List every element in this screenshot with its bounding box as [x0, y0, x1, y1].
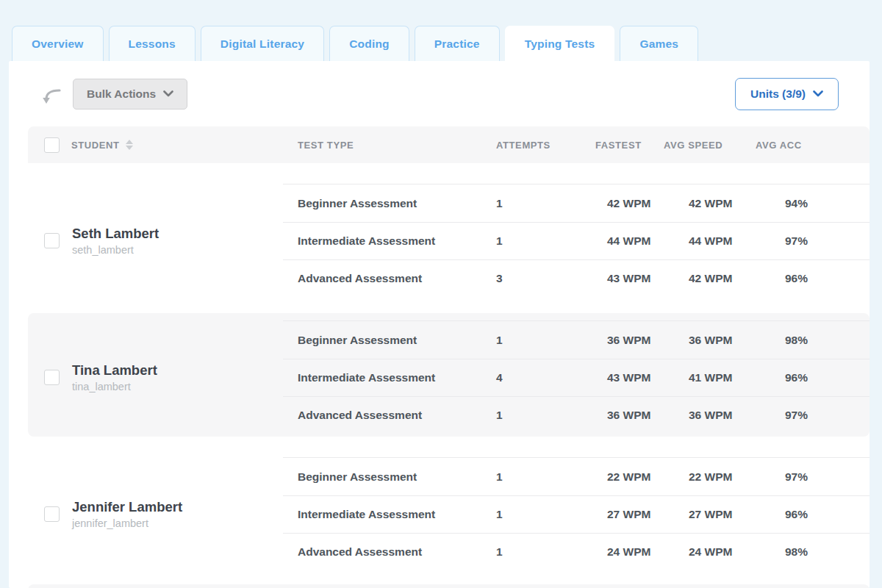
attempts-column-header: ATTEMPTS: [489, 140, 588, 151]
fastest-value: 36 WPM: [588, 409, 656, 422]
attempts-value: 1: [489, 470, 588, 484]
avg-speed-value: 42 WPM: [656, 272, 748, 285]
fastest-value: 43 WPM: [588, 371, 656, 384]
attempts-value: 1: [489, 545, 588, 559]
avg-speed-value: 41 WPM: [656, 371, 748, 384]
student-group: Jennifer Lambert jennifer_lambert Beginn…: [28, 437, 870, 582]
test-row: Beginner Assessment 1 36 WPM 36 WPM 98%: [283, 321, 870, 359]
units-filter-button[interactable]: Units (3/9): [735, 78, 839, 110]
attempts-value: 1: [489, 508, 588, 521]
avg-acc-value: 98%: [748, 545, 870, 559]
chevron-down-icon: [813, 90, 823, 97]
student-cell: Seth Lambert seth_lambert: [28, 184, 283, 297]
fastest-value: 24 WPM: [588, 545, 656, 559]
avg-speed-value: 42 WPM: [656, 197, 748, 210]
avg-speed-value: 36 WPM: [656, 334, 748, 347]
test-type: Intermediate Assessment: [283, 371, 489, 384]
student-row-checkbox[interactable]: [44, 506, 60, 522]
table-header-row: STUDENT TEST TYPE ATTEMPTS FASTEST AVG S…: [28, 126, 870, 163]
student-username: jennifer_lambert: [72, 517, 182, 529]
avg-speed-value: 27 WPM: [656, 508, 748, 521]
tab-practice[interactable]: Practice: [415, 26, 500, 61]
student-identity: Seth Lambert seth_lambert: [72, 226, 159, 256]
avg-acc-value: 97%: [748, 409, 870, 422]
test-type: Advanced Assessment: [283, 545, 489, 559]
test-row: Intermediate Assessment 1 44 WPM 44 WPM …: [283, 222, 870, 259]
fastest-value: 42 WPM: [588, 197, 656, 210]
avg-acc-value: 98%: [748, 334, 870, 347]
test-type: Beginner Assessment: [283, 470, 489, 484]
student-name: Seth Lambert: [72, 226, 159, 242]
tab-typing-tests[interactable]: Typing Tests: [505, 26, 615, 61]
test-row: Intermediate Assessment 1 27 WPM 27 WPM …: [283, 495, 870, 533]
student-identity: Tina Lambert tina_lambert: [72, 362, 157, 392]
test-type: Intermediate Assessment: [283, 508, 489, 521]
sort-arrows-icon: [126, 140, 133, 150]
test-type-column-header: TEST TYPE: [283, 140, 489, 151]
student-cell: Tina Lambert tina_lambert: [28, 320, 283, 434]
test-type: Beginner Assessment: [283, 197, 489, 210]
typing-tests-panel: Bulk Actions Units (3/9) STUDENT TEST TY…: [9, 61, 870, 588]
avg-speed-value: 22 WPM: [656, 470, 748, 484]
header-student-cell: STUDENT: [28, 137, 283, 153]
tab-games[interactable]: Games: [620, 26, 698, 61]
test-row: Intermediate Assessment 4 43 WPM 41 WPM …: [283, 359, 870, 396]
student-username: tina_lambert: [72, 381, 157, 392]
avg-acc-value: 97%: [748, 470, 870, 484]
student-row-checkbox[interactable]: [44, 370, 60, 385]
avg-acc-value: 94%: [748, 197, 870, 210]
student-group: Seth Lambert seth_lambert Beginner Asses…: [28, 163, 870, 309]
fastest-value: 36 WPM: [588, 334, 656, 347]
attempts-value: 1: [489, 334, 588, 347]
tab-lessons[interactable]: Lessons: [109, 26, 196, 61]
fastest-value: 27 WPM: [588, 508, 656, 521]
move-students-arrow-icon[interactable]: [40, 87, 61, 106]
fastest-value: 44 WPM: [588, 234, 656, 248]
bulk-actions-button[interactable]: Bulk Actions: [73, 79, 187, 110]
attempts-value: 4: [489, 371, 588, 384]
avg-speed-value: 24 WPM: [656, 545, 748, 559]
student-row-checkbox[interactable]: [44, 233, 60, 248]
avg-speed-value: 44 WPM: [656, 234, 748, 248]
avg-acc-value: 97%: [748, 234, 870, 248]
test-type: Advanced Assessment: [283, 272, 489, 285]
student-tests: Beginner Assessment 1 42 WPM 42 WPM 94% …: [283, 184, 870, 297]
sort-by-student[interactable]: STUDENT: [71, 140, 133, 151]
test-row: Advanced Assessment 1 36 WPM 36 WPM 97%: [283, 396, 870, 434]
student-column-header: STUDENT: [71, 140, 120, 151]
avg-acc-column-header: AVG ACC: [748, 140, 870, 151]
tab-digital-literacy[interactable]: Digital Literacy: [201, 26, 324, 61]
toolbar: Bulk Actions Units (3/9): [9, 61, 870, 126]
content-tabs-bar: Overview Lessons Digital Literacy Coding…: [0, 0, 882, 61]
test-type: Advanced Assessment: [283, 409, 489, 422]
test-row: Beginner Assessment 1 22 WPM 22 WPM 97%: [283, 458, 870, 495]
student-username: seth_lambert: [72, 244, 159, 256]
student-group-partial: [28, 584, 870, 588]
units-filter-label: Units (3/9): [750, 87, 806, 101]
avg-speed-value: 36 WPM: [656, 409, 748, 422]
chevron-down-icon: [163, 90, 173, 97]
student-tests: Beginner Assessment 1 36 WPM 36 WPM 98% …: [283, 320, 870, 434]
fastest-value: 22 WPM: [588, 470, 656, 484]
fastest-value: 43 WPM: [588, 272, 656, 285]
select-all-checkbox[interactable]: [44, 137, 60, 153]
student-name: Jennifer Lambert: [72, 499, 182, 515]
test-type: Intermediate Assessment: [283, 234, 489, 248]
test-row: Beginner Assessment 1 42 WPM 42 WPM 94%: [283, 184, 870, 222]
test-row: Advanced Assessment 1 24 WPM 24 WPM 98%: [283, 533, 870, 570]
attempts-value: 1: [489, 234, 588, 248]
student-identity: Jennifer Lambert jennifer_lambert: [72, 499, 182, 529]
avg-acc-value: 96%: [748, 272, 870, 285]
test-type: Beginner Assessment: [283, 334, 489, 347]
student-tests: Beginner Assessment 1 22 WPM 22 WPM 97% …: [283, 457, 870, 570]
student-group: Tina Lambert tina_lambert Beginner Asses…: [28, 313, 870, 437]
avg-speed-column-header: AVG SPEED: [656, 140, 748, 151]
attempts-value: 1: [489, 197, 588, 210]
attempts-value: 1: [489, 409, 588, 422]
tab-coding[interactable]: Coding: [329, 26, 409, 61]
fastest-column-header: FASTEST: [588, 140, 656, 151]
attempts-value: 3: [489, 272, 588, 285]
avg-acc-value: 96%: [748, 371, 870, 384]
tab-overview[interactable]: Overview: [12, 26, 104, 61]
bulk-actions-label: Bulk Actions: [87, 87, 156, 101]
